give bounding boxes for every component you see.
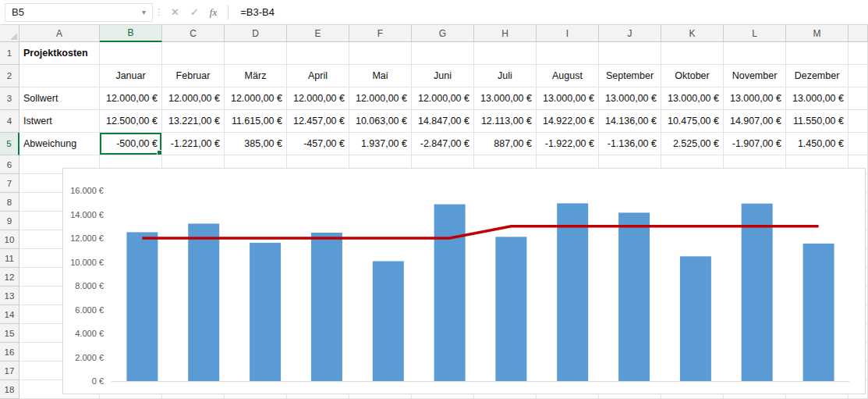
cell-K5[interactable]: 2.525,00 € xyxy=(661,133,724,155)
cancel-icon[interactable]: ✕ xyxy=(165,6,185,18)
col-header-I[interactable]: I xyxy=(537,25,599,42)
cell-D5[interactable]: 385,00 € xyxy=(225,133,287,155)
row-header-3[interactable]: 3 xyxy=(0,87,19,110)
cell-E3[interactable]: 12.000,00 € xyxy=(287,87,349,110)
row-header-11[interactable]: 11 xyxy=(0,249,19,268)
row-header-18[interactable]: 18 xyxy=(0,380,19,399)
cell-M5[interactable]: 1.450,00 € xyxy=(786,133,849,155)
cell-M4[interactable]: 11.550,00 € xyxy=(786,110,849,133)
cell-J2[interactable]: September xyxy=(599,65,661,87)
row-header-6[interactable]: 6 xyxy=(0,155,19,174)
col-header-K[interactable]: K xyxy=(661,25,724,42)
col-header-F[interactable]: F xyxy=(349,25,412,42)
formula-input[interactable]: =B3-B4 xyxy=(234,3,868,22)
col-header-H[interactable]: H xyxy=(474,25,537,42)
cell-B1[interactable] xyxy=(100,42,162,65)
cell-K4[interactable]: 10.475,00 € xyxy=(661,110,724,133)
cell-F1[interactable] xyxy=(349,42,412,65)
col-header-D[interactable]: D xyxy=(225,25,287,42)
cell-F4[interactable]: 10.063,00 € xyxy=(349,110,412,133)
embedded-chart[interactable]: 0 €2.000 €4.000 €6.000 €8.000 €10.000 €1… xyxy=(62,168,866,394)
cell-E5[interactable]: -457,00 € xyxy=(287,133,349,155)
row-header-7[interactable]: 7 xyxy=(0,174,19,193)
cell-L1[interactable] xyxy=(724,42,786,65)
cell-H3[interactable]: 13.000,00 € xyxy=(474,87,537,110)
row-header-8[interactable]: 8 xyxy=(0,193,19,212)
cell-D3[interactable]: 12.000,00 € xyxy=(225,87,287,110)
cell-M1[interactable] xyxy=(786,42,849,65)
cell-B3[interactable]: 12.000,00 € xyxy=(100,87,162,110)
row-header-13[interactable]: 13 xyxy=(0,287,19,305)
cell-H1[interactable] xyxy=(474,42,537,65)
cell-J1[interactable] xyxy=(599,42,661,65)
row-header-9[interactable]: 9 xyxy=(0,212,19,230)
cell-K2[interactable]: Oktober xyxy=(661,65,724,87)
cell-E1[interactable] xyxy=(287,42,349,65)
cell-G4[interactable]: 14.847,00 € xyxy=(412,110,474,133)
cell-D2[interactable]: März xyxy=(225,65,287,87)
cell-H2[interactable]: Juli xyxy=(474,65,537,87)
cell-M3[interactable]: 13.000,00 € xyxy=(786,87,849,110)
cell-J5[interactable]: -1.136,00 € xyxy=(599,133,661,155)
cell-C5[interactable]: -1.221,00 € xyxy=(162,133,225,155)
cell-K1[interactable] xyxy=(661,42,724,65)
cell-A2[interactable] xyxy=(19,65,100,87)
row-header-17[interactable]: 17 xyxy=(0,362,19,380)
cell-M2[interactable]: Dezember xyxy=(786,65,849,87)
name-box-dropdown-icon[interactable]: ▾ xyxy=(142,8,146,16)
cell-A3[interactable]: Sollwert xyxy=(19,87,100,110)
row-header-15[interactable]: 15 xyxy=(0,324,19,343)
select-all-corner[interactable] xyxy=(0,25,19,42)
row-header-2[interactable]: 2 xyxy=(0,65,19,87)
cell-E4[interactable]: 12.457,00 € xyxy=(287,110,349,133)
col-header-M[interactable]: M xyxy=(786,25,849,42)
cell-G1[interactable] xyxy=(412,42,474,65)
cell-I2[interactable]: August xyxy=(537,65,599,87)
cell-L5[interactable]: -1.907,00 € xyxy=(724,133,786,155)
cell-B4[interactable]: 12.500,00 € xyxy=(100,110,162,133)
cell-G3[interactable]: 12.000,00 € xyxy=(412,87,474,110)
cell-I3[interactable]: 13.000,00 € xyxy=(537,87,599,110)
name-box[interactable]: B5 ▾ xyxy=(5,3,153,22)
col-header-B[interactable]: B xyxy=(100,25,162,42)
cell-G5[interactable]: -2.847,00 € xyxy=(412,133,474,155)
col-header-J[interactable]: J xyxy=(599,25,661,42)
cell-F2[interactable]: Mai xyxy=(349,65,412,87)
cell-H5[interactable]: 887,00 € xyxy=(474,133,537,155)
col-header-C[interactable]: C xyxy=(162,25,225,42)
cell-L2[interactable]: November xyxy=(724,65,786,87)
row-header-16[interactable]: 16 xyxy=(0,343,19,362)
cell-H4[interactable]: 12.113,00 € xyxy=(474,110,537,133)
row-header-5[interactable]: 5 xyxy=(0,133,19,155)
cell-A1[interactable]: Projektkosten xyxy=(19,42,100,65)
cell-K3[interactable]: 13.000,00 € xyxy=(661,87,724,110)
cell-B5[interactable]: -500,00 € xyxy=(100,133,162,155)
cell-E2[interactable]: April xyxy=(287,65,349,87)
cell-I5[interactable]: -1.922,00 € xyxy=(537,133,599,155)
cell-G2[interactable]: Juni xyxy=(412,65,474,87)
cell-C3[interactable]: 12.000,00 € xyxy=(162,87,225,110)
row-header-4[interactable]: 4 xyxy=(0,110,19,133)
cell-A5[interactable]: Abweichung xyxy=(19,133,100,155)
col-header-A[interactable]: A xyxy=(19,25,100,42)
cell-C2[interactable]: Februar xyxy=(162,65,225,87)
cell-B2[interactable]: Januar xyxy=(100,65,162,87)
fx-icon[interactable]: fx xyxy=(204,6,222,19)
cell-F5[interactable]: 1.937,00 € xyxy=(349,133,412,155)
cell-A4[interactable]: Istwert xyxy=(19,110,100,133)
cell-J4[interactable]: 14.136,00 € xyxy=(599,110,661,133)
row-header-14[interactable]: 14 xyxy=(0,305,19,324)
cell-L3[interactable]: 13.000,00 € xyxy=(724,87,786,110)
cell-F3[interactable]: 12.000,00 € xyxy=(349,87,412,110)
col-header-E[interactable]: E xyxy=(287,25,349,42)
cell-C4[interactable]: 13.221,00 € xyxy=(162,110,225,133)
row-header-10[interactable]: 10 xyxy=(0,230,19,249)
cell-I1[interactable] xyxy=(537,42,599,65)
col-header-L[interactable]: L xyxy=(724,25,786,42)
row-header-1[interactable]: 1 xyxy=(0,42,19,65)
cell-D4[interactable]: 11.615,00 € xyxy=(225,110,287,133)
cell-L4[interactable]: 14.907,00 € xyxy=(724,110,786,133)
cell-J3[interactable]: 13.000,00 € xyxy=(599,87,661,110)
col-header-G[interactable]: G xyxy=(412,25,474,42)
cell-C1[interactable] xyxy=(162,42,225,65)
